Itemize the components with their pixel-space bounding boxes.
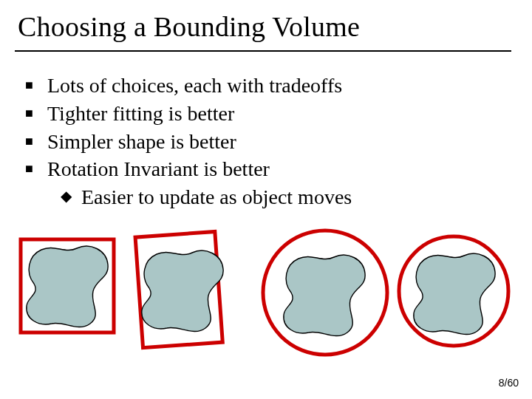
sub-list-item: ◆ Easier to update as object moves	[61, 184, 498, 211]
bounding-volume-figure	[13, 228, 519, 361]
illustration-row	[13, 228, 519, 361]
list-item: ■ Tighter fitting is better	[25, 100, 498, 127]
square-bullet-icon: ■	[25, 100, 47, 122]
bullet-text: Lots of choices, each with tradeoffs	[47, 72, 498, 99]
square-bullet-icon: ■	[25, 72, 47, 94]
diamond-bullet-icon: ◆	[61, 184, 81, 206]
bullet-text: Rotation Invariant is better	[47, 156, 498, 183]
list-item: ■ Rotation Invariant is better	[25, 156, 498, 183]
figure-aabb	[21, 239, 114, 332]
bullet-list: ■ Lots of choices, each with tradeoffs ■…	[25, 72, 498, 211]
page-title: Choosing a Bounding Volume	[18, 10, 360, 43]
figure-sphere-tight	[399, 236, 508, 346]
page-number: 8/60	[499, 377, 519, 389]
bullet-text: Simpler shape is better	[47, 129, 498, 155]
square-bullet-icon: ■	[25, 129, 47, 150]
bullet-text: Tighter fitting is better	[47, 100, 498, 127]
figure-obb	[135, 232, 223, 348]
square-bullet-icon: ■	[25, 156, 47, 177]
figure-sphere-loose	[263, 231, 387, 355]
sub-bullet-text: Easier to update as object moves	[81, 184, 498, 211]
slide: Choosing a Bounding Volume ■ Lots of cho…	[0, 0, 532, 399]
list-item: ■ Simpler shape is better	[25, 129, 498, 155]
list-item: ■ Lots of choices, each with tradeoffs	[25, 72, 498, 99]
title-underline	[15, 50, 511, 52]
